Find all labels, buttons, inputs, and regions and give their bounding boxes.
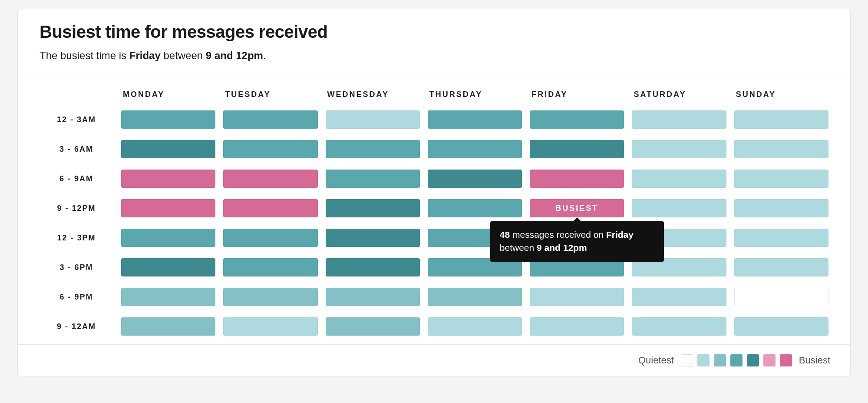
heatmap-cell[interactable] bbox=[326, 140, 420, 158]
heatmap-cell[interactable] bbox=[223, 110, 317, 129]
heatmap-cell[interactable] bbox=[530, 288, 624, 306]
heatmap-cell[interactable] bbox=[428, 170, 522, 188]
tooltip-range: 9 and 12pm bbox=[537, 243, 587, 253]
col-header: WEDNESDAY bbox=[326, 90, 420, 99]
subtitle-mid: between bbox=[161, 50, 206, 61]
col-header: FRIDAY bbox=[530, 90, 624, 99]
heatmap-cell[interactable] bbox=[326, 288, 420, 306]
row-label: 12 - 3AM bbox=[40, 115, 113, 124]
heatmap-grid: MONDAY TUESDAY WEDNESDAY THURSDAY FRIDAY… bbox=[40, 90, 828, 336]
heatmap-cell[interactable] bbox=[223, 170, 317, 188]
legend: Quietest Busiest bbox=[18, 344, 850, 376]
heatmap-cell[interactable] bbox=[530, 140, 624, 158]
subtitle-prefix: The busiest time is bbox=[40, 50, 129, 61]
heatmap-cell[interactable] bbox=[223, 258, 317, 276]
row-label: 6 - 9AM bbox=[40, 174, 113, 183]
subtitle-day: Friday bbox=[129, 50, 161, 61]
heatmap-cell[interactable] bbox=[428, 317, 522, 336]
card-title: Busiest time for messages received bbox=[40, 22, 828, 42]
heatmap-cell[interactable] bbox=[734, 317, 828, 336]
heatmap-cell[interactable] bbox=[734, 229, 828, 247]
heatmap-cell[interactable] bbox=[326, 229, 420, 247]
row-label: 9 - 12AM bbox=[40, 322, 113, 331]
row-label: 6 - 9PM bbox=[40, 293, 113, 302]
heatmap-cell[interactable] bbox=[734, 110, 828, 129]
col-header: SATURDAY bbox=[632, 90, 726, 99]
heatmap-cell[interactable] bbox=[632, 317, 726, 336]
row-label: 12 - 3PM bbox=[40, 233, 113, 243]
heatmap-cell[interactable] bbox=[121, 258, 215, 276]
heatmap-cell[interactable] bbox=[326, 258, 420, 276]
legend-swatch bbox=[681, 354, 693, 366]
row-label: 3 - 6AM bbox=[40, 145, 113, 154]
legend-swatch bbox=[747, 354, 759, 366]
legend-swatch bbox=[763, 354, 776, 366]
heatmap-cell[interactable] bbox=[326, 170, 420, 188]
heatmap-cell[interactable] bbox=[121, 170, 215, 188]
tooltip-day: Friday bbox=[606, 230, 634, 240]
legend-swatch bbox=[730, 354, 743, 366]
heatmap-cell[interactable] bbox=[121, 288, 215, 306]
heatmap-cell[interactable] bbox=[121, 199, 215, 217]
heatmap-cell[interactable] bbox=[530, 317, 624, 336]
tooltip-text: between bbox=[500, 243, 537, 253]
heatmap-cell[interactable] bbox=[734, 140, 828, 158]
heatmap-cell[interactable] bbox=[530, 170, 624, 188]
card-body: MONDAY TUESDAY WEDNESDAY THURSDAY FRIDAY… bbox=[18, 76, 850, 344]
col-header: SUNDAY bbox=[734, 90, 828, 99]
legend-swatch bbox=[780, 354, 792, 366]
tooltip-text: messages received on bbox=[510, 230, 606, 240]
heatmap-cell[interactable] bbox=[734, 288, 828, 306]
row-label: 3 - 6PM bbox=[40, 263, 113, 272]
heatmap-cell-busiest[interactable]: BUSIEST 48 messages received on Friday b… bbox=[530, 199, 624, 217]
heatmap-cell[interactable] bbox=[428, 288, 522, 306]
heatmap-cell[interactable] bbox=[223, 140, 317, 158]
heatmap-cell[interactable] bbox=[734, 170, 828, 188]
heatmap-cell[interactable] bbox=[326, 199, 420, 217]
heatmap-cell[interactable] bbox=[121, 317, 215, 336]
legend-busiest-label: Busiest bbox=[799, 355, 830, 366]
row-label: 9 - 12PM bbox=[40, 204, 113, 213]
col-header: MONDAY bbox=[121, 90, 215, 99]
heatmap-cell[interactable] bbox=[428, 110, 522, 129]
legend-swatch bbox=[714, 354, 726, 366]
heatmap-cell[interactable] bbox=[121, 110, 215, 129]
heatmap-cell[interactable] bbox=[326, 317, 420, 336]
card-subtitle: The busiest time is Friday between 9 and… bbox=[40, 50, 828, 62]
heatmap-cell[interactable] bbox=[223, 317, 317, 336]
heatmap-cell[interactable] bbox=[121, 140, 215, 158]
heatmap-cell[interactable] bbox=[121, 229, 215, 247]
heatmap-cell[interactable] bbox=[223, 288, 317, 306]
heatmap-cell[interactable] bbox=[734, 199, 828, 217]
subtitle-suffix: . bbox=[263, 50, 266, 61]
legend-swatch bbox=[697, 354, 710, 366]
heatmap-cell[interactable] bbox=[632, 140, 726, 158]
heatmap-cell[interactable] bbox=[632, 199, 726, 217]
tooltip-count: 48 bbox=[500, 230, 510, 240]
heatmap-tooltip: 48 messages received on Friday between 9… bbox=[490, 221, 664, 262]
col-header: TUESDAY bbox=[223, 90, 317, 99]
heatmap-cell[interactable] bbox=[632, 110, 726, 129]
heatmap-cell[interactable] bbox=[428, 199, 522, 217]
card-header: Busiest time for messages received The b… bbox=[18, 9, 850, 76]
heatmap-cell[interactable] bbox=[428, 140, 522, 158]
col-header: THURSDAY bbox=[428, 90, 522, 99]
busiest-label: BUSIEST bbox=[555, 204, 598, 213]
heatmap-cell[interactable] bbox=[632, 288, 726, 306]
subtitle-range: 9 and 12pm bbox=[206, 50, 263, 61]
heatmap-cell[interactable] bbox=[223, 199, 317, 217]
legend-quietest-label: Quietest bbox=[638, 355, 674, 366]
busiest-time-card: Busiest time for messages received The b… bbox=[17, 9, 851, 376]
heatmap-cell[interactable] bbox=[223, 229, 317, 247]
heatmap-cell[interactable] bbox=[530, 110, 624, 129]
heatmap-cell[interactable] bbox=[632, 170, 726, 188]
heatmap-cell[interactable] bbox=[734, 258, 828, 276]
heatmap-cell[interactable] bbox=[326, 110, 420, 129]
